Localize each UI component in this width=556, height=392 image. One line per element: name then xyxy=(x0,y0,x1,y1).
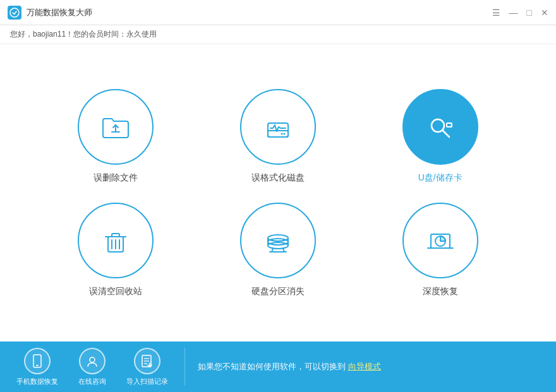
close-button[interactable]: ✕ xyxy=(541,8,548,17)
partition-label: 硬盘分区消失 xyxy=(251,286,305,297)
feature-grid: 误删除文件 误格式化磁盘 xyxy=(51,89,505,297)
feature-deep[interactable]: 深度恢复 xyxy=(375,203,505,297)
app-logo xyxy=(8,6,21,20)
greeting-text: 您好，baojian11！您的会员时间：永久使用 xyxy=(10,30,157,39)
title-bar: 万能数据恢复大师 ☰ — □ ✕ xyxy=(0,0,556,25)
feature-usb[interactable]: U盘/储存卡 xyxy=(375,89,505,184)
greeting-bar: 您好，baojian11！您的会员时间：永久使用 xyxy=(0,25,556,44)
feature-recycle[interactable]: 误清空回收站 xyxy=(51,203,181,297)
bottom-icons: 手机数据恢复 在线咨询 导入扫 xyxy=(0,343,184,391)
delete-files-label: 误删除文件 xyxy=(94,172,138,184)
feature-format-disk[interactable]: 误格式化磁盘 xyxy=(213,89,344,184)
bottom-info: 如果您不知道如何使用软件，可以切换到 向导模式 xyxy=(185,361,556,372)
usb-circle xyxy=(402,89,478,165)
import-label: 导入扫描记录 xyxy=(126,377,168,386)
recycle-circle xyxy=(78,203,154,278)
format-disk-circle xyxy=(240,89,316,165)
svg-point-3 xyxy=(283,133,285,134)
consult-button[interactable]: 在线咨询 xyxy=(68,343,116,391)
svg-line-6 xyxy=(442,130,449,137)
guide-mode-link[interactable]: 向导模式 xyxy=(348,362,381,371)
svg-point-4 xyxy=(281,133,282,134)
window-controls: ☰ — □ ✕ xyxy=(492,8,548,17)
format-disk-label: 误格式化磁盘 xyxy=(251,172,305,184)
usb-label: U盘/储存卡 xyxy=(418,172,462,184)
mobile-label: 手机数据恢复 xyxy=(16,377,58,386)
partition-circle xyxy=(240,203,316,278)
minimize-button[interactable]: — xyxy=(509,8,518,17)
mobile-icon-circle xyxy=(24,348,51,374)
feature-delete-files[interactable]: 误删除文件 xyxy=(51,89,181,184)
recycle-label: 误清空回收站 xyxy=(89,286,142,297)
menu-button[interactable]: ☰ xyxy=(492,8,500,17)
deep-circle xyxy=(402,203,478,278)
feature-partition[interactable]: 硬盘分区消失 xyxy=(213,203,344,297)
deep-label: 深度恢复 xyxy=(423,286,458,297)
svg-point-0 xyxy=(10,8,19,17)
consult-label: 在线咨询 xyxy=(78,377,106,386)
bottom-info-text: 如果您不知道如何使用软件，可以切换到 xyxy=(198,362,346,371)
consult-icon-circle xyxy=(79,348,106,374)
mobile-recovery-button[interactable]: 手机数据恢复 xyxy=(6,343,68,391)
import-scan-button[interactable]: 导入扫描记录 xyxy=(116,343,178,391)
bottom-bar: 手机数据恢复 在线咨询 导入扫 xyxy=(0,342,556,392)
maximize-button[interactable]: □ xyxy=(527,8,532,17)
import-icon-circle xyxy=(134,348,160,374)
delete-files-circle xyxy=(78,89,154,165)
app-title: 万能数据恢复大师 xyxy=(27,7,492,18)
svg-point-30 xyxy=(90,357,95,362)
main-content: 误删除文件 误格式化磁盘 xyxy=(0,44,556,342)
